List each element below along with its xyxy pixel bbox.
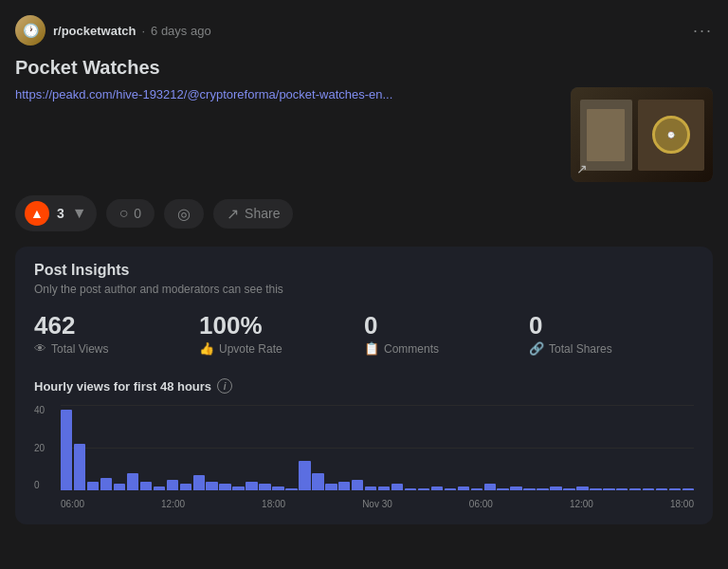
comment-button[interactable]: ○ 0 xyxy=(106,199,155,228)
chart-bar xyxy=(656,488,667,490)
chart-bar xyxy=(365,486,376,491)
chart-bar xyxy=(100,478,112,491)
y-label-0: 0 xyxy=(34,480,57,490)
bars-container xyxy=(61,405,694,490)
page-container: 🕐 r/pocketwatch · 6 days ago ··· Pocket … xyxy=(0,0,728,540)
stat-total-shares: 0 🔗 Total Shares xyxy=(529,313,694,356)
more-options-button[interactable]: ··· xyxy=(693,21,713,41)
chart-bar xyxy=(563,488,574,490)
chart-bar xyxy=(127,473,138,490)
chart-title: Hourly views for first 48 hours i xyxy=(34,378,694,394)
total-views-label: 👁 Total Views xyxy=(34,341,199,356)
chart-bar xyxy=(405,488,416,490)
chart-bar xyxy=(206,482,217,490)
chart-bar xyxy=(219,484,230,490)
chart-bar xyxy=(484,484,496,490)
comments-label: 📋 Comments xyxy=(364,341,529,356)
x-label-0600: 06:00 xyxy=(61,499,84,509)
chart-bar xyxy=(629,488,641,490)
chart-bar xyxy=(167,480,178,490)
chart-bar xyxy=(510,486,521,491)
chart-bar xyxy=(285,488,297,490)
chart-bar xyxy=(299,461,310,491)
chart-bar xyxy=(643,488,654,490)
x-label-1800-2: 18:00 xyxy=(670,499,694,509)
photo-portrait xyxy=(580,100,632,171)
upvote-rate-icon: 👍 xyxy=(199,341,214,356)
vote-count: 3 xyxy=(57,206,64,221)
insights-card: Post Insights Only the post author and m… xyxy=(15,247,713,524)
chart-y-labels: 40 20 0 xyxy=(34,405,57,490)
insights-subtitle: Only the post author and moderators can … xyxy=(34,283,694,296)
subreddit-avatar: 🕐 xyxy=(15,15,46,46)
chart-bar xyxy=(114,484,125,490)
y-label-40: 40 xyxy=(34,405,57,415)
post-time: 6 days ago xyxy=(151,24,211,38)
chart-bar xyxy=(259,484,270,490)
x-label-1800: 18:00 xyxy=(262,499,285,509)
chart-bar xyxy=(378,486,390,491)
chart-bar xyxy=(616,488,628,490)
post-content-row: https://peakd.com/hive-193212/@cryptoref… xyxy=(15,87,713,182)
vote-pill: ▲ 3 ▼ xyxy=(15,195,97,231)
comments-value: 0 xyxy=(364,313,529,338)
chart-body xyxy=(61,405,694,490)
chart-bar xyxy=(682,488,694,490)
watch-face: ⌚ xyxy=(652,116,690,154)
chart-bar xyxy=(391,484,403,490)
chart-bar xyxy=(140,482,152,490)
chart-bar xyxy=(193,475,205,490)
chart-bar xyxy=(180,484,191,490)
award-icon: ◎ xyxy=(177,205,191,223)
x-label-1200: 12:00 xyxy=(161,499,185,509)
views-icon: 👁 xyxy=(34,341,46,356)
share-button[interactable]: ↗ Share xyxy=(213,199,293,229)
views-label-text: Total Views xyxy=(51,342,108,356)
chart-info-icon[interactable]: i xyxy=(217,378,232,394)
post-thumbnail[interactable]: ⌚ ↗ xyxy=(571,87,713,182)
stat-upvote-rate: 100% 👍 Upvote Rate xyxy=(199,313,364,356)
meta-separator: · xyxy=(141,24,145,38)
chart-bar xyxy=(272,486,283,491)
share-icon: ↗ xyxy=(227,205,239,223)
comment-icon: ○ xyxy=(119,205,129,222)
chart-bar xyxy=(497,488,508,490)
subreddit-name[interactable]: r/pocketwatch xyxy=(53,24,136,38)
upvote-button[interactable]: ▲ xyxy=(25,201,49,226)
chart-bar xyxy=(550,486,561,491)
share-label: Share xyxy=(245,206,280,221)
x-label-0600-2: 06:00 xyxy=(469,499,493,509)
chart-bar xyxy=(325,484,337,490)
post-title: Pocket Watches xyxy=(15,55,713,80)
external-link-icon: ↗ xyxy=(576,161,588,176)
post-header: 🕐 r/pocketwatch · 6 days ago ··· xyxy=(15,15,713,46)
chart-x-labels: 06:00 12:00 18:00 Nov 30 06:00 12:00 18:… xyxy=(61,499,694,509)
chart-bar xyxy=(431,486,443,491)
insights-title: Post Insights xyxy=(34,262,694,279)
chart-bar xyxy=(418,488,429,490)
chart-bar xyxy=(87,482,99,490)
chart-bar xyxy=(74,444,85,491)
chart-bar xyxy=(61,410,72,491)
x-label-nov30: Nov 30 xyxy=(362,499,392,509)
photo-watch: ⌚ xyxy=(638,100,704,171)
upvote-rate-label-text: Upvote Rate xyxy=(219,342,282,356)
chart-bar xyxy=(537,488,548,490)
chart-bar xyxy=(669,488,681,490)
stat-total-views: 462 👁 Total Views xyxy=(34,313,199,356)
chart-bar xyxy=(471,488,482,490)
comments-icon: 📋 xyxy=(364,341,379,356)
action-bar: ▲ 3 ▼ ○ 0 ◎ ↗ Share xyxy=(15,195,713,231)
downvote-button[interactable]: ▼ xyxy=(72,205,87,222)
upvote-rate-label: 👍 Upvote Rate xyxy=(199,341,364,356)
y-label-20: 20 xyxy=(34,443,57,453)
chart-bar xyxy=(458,486,469,491)
shares-label-text: Total Shares xyxy=(549,342,612,356)
post-link[interactable]: https://peakd.com/hive-193212/@cryptoref… xyxy=(15,87,392,101)
chart-bar xyxy=(352,480,363,490)
award-button[interactable]: ◎ xyxy=(164,199,204,229)
post-meta: r/pocketwatch · 6 days ago xyxy=(53,24,211,38)
thumbnail-image: ⌚ xyxy=(571,87,713,182)
chart-bar xyxy=(576,486,588,491)
x-label-1200-2: 12:00 xyxy=(570,499,593,509)
